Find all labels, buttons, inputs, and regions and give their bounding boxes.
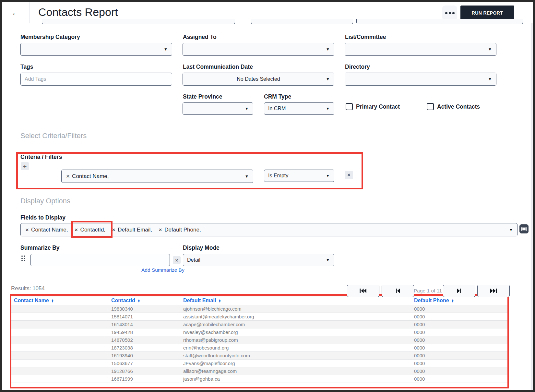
- table-cell: [11, 313, 109, 321]
- table-cell: 0000: [411, 360, 507, 367]
- fields-to-display-dropdown[interactable]: × Contact Name, × ContactId, × Default E…: [20, 223, 517, 236]
- first-page-button[interactable]: [347, 285, 379, 297]
- sort-icon[interactable]: ▲▼: [451, 299, 454, 303]
- table-cell: [11, 375, 109, 383]
- state-province-dropdown[interactable]: ▼: [183, 102, 253, 115]
- directory-dropdown[interactable]: ▼: [345, 73, 496, 86]
- ellipsis-dot: [452, 12, 455, 14]
- vertical-scrollbar[interactable]: [531, 23, 535, 390]
- partial-field-above: [42, 19, 235, 24]
- chevron-down-icon: ▼: [326, 173, 330, 178]
- section-divider: [11, 146, 525, 146]
- sort-icon[interactable]: ▲▼: [218, 299, 221, 303]
- partial-phone: 0000: [412, 391, 423, 392]
- table-cell: erin@hobesound.org: [181, 344, 411, 352]
- crm-type-label: CRM Type: [264, 93, 291, 100]
- table-row: 18723038erin@hobesound.org0000: [11, 344, 507, 352]
- last-page-icon: [490, 288, 497, 293]
- criteria-operator-dropdown[interactable]: Is Empty ▼: [264, 170, 334, 182]
- column-header-contact-name[interactable]: Contact Name▲▼: [11, 296, 109, 305]
- table-cell: 18723038: [109, 344, 181, 352]
- table-cell: 15814071: [109, 313, 181, 321]
- previous-page-button[interactable]: [382, 285, 414, 297]
- tags-label: Tags: [20, 64, 33, 70]
- field-chip[interactable]: × Default Phone,: [159, 226, 201, 233]
- table-cell: 16193940: [109, 352, 181, 360]
- table-cell: [11, 367, 109, 375]
- plus-icon: +: [23, 163, 27, 170]
- section-divider: [11, 210, 525, 210]
- chevron-down-icon: ▼: [245, 106, 249, 111]
- criteria-filters-label: Criteria / Filters: [20, 154, 62, 160]
- chip-remove-icon[interactable]: ×: [75, 226, 78, 233]
- next-page-button[interactable]: [443, 285, 475, 297]
- table-cell: 0000: [411, 305, 507, 313]
- add-criteria-button[interactable]: +: [21, 162, 29, 170]
- display-mode-dropdown[interactable]: Detail ▼: [183, 254, 334, 266]
- table-header-row: Contact Name▲▼ ContactId▲▼ Default Email…: [11, 296, 507, 305]
- sort-icon[interactable]: ▲▼: [51, 299, 54, 303]
- run-report-button[interactable]: RUN REPORT: [460, 6, 514, 20]
- membership-category-dropdown[interactable]: ▼: [20, 43, 172, 56]
- tags-input[interactable]: [20, 73, 172, 86]
- remove-summarize-button[interactable]: ×: [173, 256, 181, 264]
- summarize-by-input[interactable]: [30, 254, 170, 266]
- table-cell: 19830340: [109, 305, 181, 313]
- assigned-to-dropdown[interactable]: ▼: [183, 43, 334, 56]
- remove-criteria-button[interactable]: ×: [345, 171, 353, 179]
- column-header-default-phone[interactable]: Default Phone▲▼: [411, 296, 507, 305]
- table-row: 19128766allison@teamngage.com0000: [11, 367, 507, 375]
- table-cell: [11, 336, 109, 344]
- drag-handle-icon[interactable]: [21, 255, 26, 263]
- chip-label: ContactId,: [80, 227, 106, 233]
- table-cell: 19128766: [109, 367, 181, 375]
- column-header-contactid[interactable]: ContactId▲▼: [109, 296, 181, 305]
- table-row: 16671999jason@gohba.ca0000: [11, 375, 507, 383]
- criteria-field-dropdown[interactable]: × Contact Name, ▼: [61, 170, 253, 183]
- chevron-down-icon: ▼: [245, 174, 249, 178]
- last-page-button[interactable]: [477, 285, 510, 297]
- last-communication-date-dropdown[interactable]: No Dates Selected ▼: [183, 73, 334, 86]
- table-cell: acape@mobilechamber.com: [181, 321, 411, 328]
- display-mode-label: Display Mode: [183, 244, 220, 251]
- table-cell: allison@teamngage.com: [181, 367, 411, 375]
- primary-contact-checkbox[interactable]: [346, 103, 353, 110]
- previous-page-icon: [395, 288, 401, 293]
- table-cell: 16671999: [109, 375, 181, 383]
- back-button[interactable]: ←: [2, 2, 30, 23]
- more-options-button[interactable]: [442, 6, 457, 20]
- table-row: 15814071assistant@meadekychamber.org0000: [11, 313, 507, 321]
- sort-icon[interactable]: ▲▼: [137, 299, 140, 303]
- list-committee-dropdown[interactable]: ▼: [345, 43, 496, 56]
- table-row: 16143014acape@mobilechamber.com0000: [11, 321, 507, 328]
- add-summarize-by-link[interactable]: Add Summarize By: [141, 267, 184, 273]
- field-chip[interactable]: × Contact Name,: [25, 226, 68, 233]
- table-cell: 0000: [411, 375, 507, 383]
- chip-remove-icon[interactable]: ×: [159, 226, 162, 233]
- field-chip[interactable]: × ContactId,: [75, 226, 106, 233]
- page-indicator: Page 1 of 11: [414, 288, 442, 294]
- chip-remove-icon[interactable]: ×: [25, 226, 29, 233]
- chip-remove-icon[interactable]: ×: [66, 173, 70, 180]
- criteria-field-chip[interactable]: × Contact Name,: [66, 173, 109, 180]
- partial-field-above: [251, 19, 353, 24]
- summarize-by-label: Summarize By: [20, 244, 60, 251]
- column-settings-button[interactable]: [519, 224, 529, 233]
- chip-remove-icon[interactable]: ×: [112, 226, 115, 233]
- criteria-operator-value: Is Empty: [264, 173, 288, 179]
- chip-label: Default Phone,: [164, 227, 201, 233]
- close-icon: ×: [347, 172, 350, 178]
- field-chip[interactable]: × Default Email,: [112, 226, 152, 233]
- crm-type-dropdown[interactable]: In CRM ▼: [264, 102, 334, 115]
- table-cell: [11, 360, 109, 367]
- column-header-default-email[interactable]: Default Email▲▼: [181, 296, 411, 305]
- table-row: 19830340ajohnson@blcchicago.com0000: [11, 305, 507, 313]
- partial-table-row: 16494898 gina.ribata@eduverdiance.com 00…: [10, 390, 509, 392]
- active-contacts-checkbox[interactable]: [427, 103, 434, 110]
- highlighted-chip-wrap: × ContactId,: [75, 226, 112, 233]
- page-title: Contacts Report: [38, 6, 118, 18]
- partial-email: gina.ribata@eduverdiance.com: [182, 391, 249, 392]
- assigned-to-label: Assigned To: [183, 34, 217, 41]
- chevron-down-icon: ▼: [326, 77, 330, 81]
- fields-to-display-label: Fields to Display: [20, 214, 65, 221]
